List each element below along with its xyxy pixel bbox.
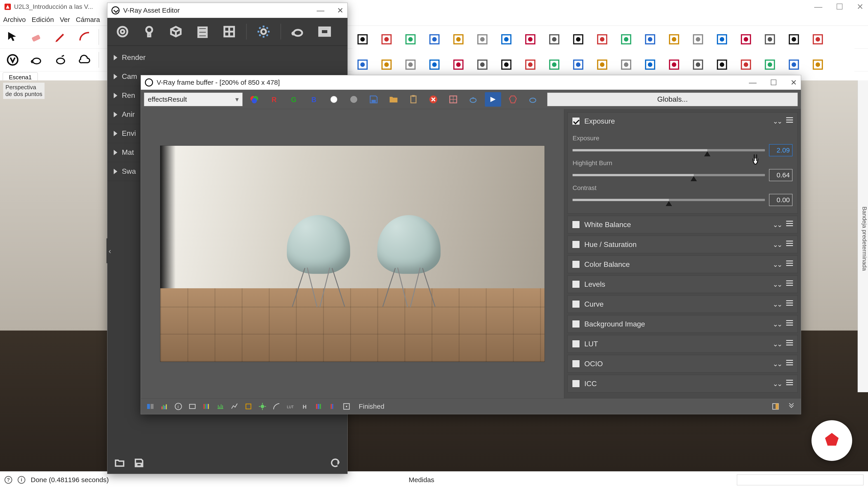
menu-edicion[interactable]: Edición <box>32 16 54 24</box>
vray-render-icon[interactable] <box>3 50 23 70</box>
checkbox-icon[interactable] <box>572 260 580 268</box>
highlight-burn-value-input[interactable]: 0.64 <box>769 169 793 181</box>
toolbar-icon[interactable] <box>448 29 468 49</box>
save-image-icon[interactable] <box>366 92 382 107</box>
rgb-channels-icon[interactable] <box>246 92 262 107</box>
ft-compare-icon[interactable] <box>145 401 156 412</box>
toolbar-icon[interactable] <box>640 29 660 49</box>
cloud-render-icon[interactable] <box>74 50 94 70</box>
toolbar-icon[interactable] <box>352 29 373 49</box>
minimize-icon[interactable]: — <box>317 6 324 15</box>
expand-down-icon[interactable]: ⌄⌄ <box>773 260 781 268</box>
toolbar-icon[interactable] <box>712 29 732 49</box>
toolbar-icon[interactable] <box>377 29 397 49</box>
toolbar-icon[interactable] <box>496 55 516 74</box>
toolbar-icon[interactable] <box>377 55 397 74</box>
toolbar-icon[interactable] <box>688 29 708 49</box>
toolbar-icon[interactable] <box>808 55 828 74</box>
ft-histogram-icon[interactable] <box>158 401 170 412</box>
toolbar-icon[interactable] <box>496 29 516 49</box>
ft-levels-icon[interactable] <box>215 401 226 412</box>
ft-expand-icon[interactable] <box>785 401 797 412</box>
checkbox-icon[interactable] <box>572 380 580 387</box>
toolbar-icon[interactable] <box>784 29 804 49</box>
checkbox-checked-icon[interactable] <box>572 117 580 125</box>
contrast-slider[interactable] <box>572 199 765 201</box>
toolbar-icon[interactable] <box>712 55 732 74</box>
menu-icon[interactable] <box>786 117 793 125</box>
ft-pixel-aspect-icon[interactable] <box>186 401 198 412</box>
close-icon[interactable]: ✕ <box>857 2 864 11</box>
toolbar-icon[interactable] <box>425 29 444 49</box>
info-icon[interactable]: i <box>18 476 25 484</box>
cc-section-header[interactable]: OCIO⌄⌄ <box>567 355 798 372</box>
toolbar-icon[interactable] <box>425 55 444 74</box>
exposure-slider[interactable] <box>572 149 765 151</box>
toolbar-icon[interactable] <box>401 29 421 49</box>
exposure-value-input[interactable]: 2.09 <box>769 144 793 156</box>
expand-down-icon[interactable]: ⌄⌄ <box>773 117 781 125</box>
textures-icon[interactable] <box>219 22 239 41</box>
select-tool-icon[interactable] <box>3 27 23 47</box>
expand-down-icon[interactable]: ⌄⌄ <box>773 300 781 308</box>
geometry-icon[interactable] <box>166 22 186 41</box>
close-icon[interactable]: ✕ <box>790 78 797 87</box>
teapot-hand-icon[interactable] <box>51 50 70 70</box>
toolbar-icon[interactable] <box>520 55 540 74</box>
red-channel-icon[interactable]: R <box>266 92 282 107</box>
measurements-input[interactable] <box>737 475 864 485</box>
checkbox-icon[interactable] <box>572 360 580 367</box>
vfb-render-view[interactable] <box>141 109 564 398</box>
cc-section-header[interactable]: LUT⌄⌄ <box>567 335 798 352</box>
expand-down-icon[interactable]: ⌄⌄ <box>773 240 781 249</box>
expand-down-icon[interactable]: ⌄⌄ <box>773 221 781 229</box>
clear-icon[interactable] <box>425 92 441 107</box>
maximize-icon[interactable]: ☐ <box>770 78 777 87</box>
lights-icon[interactable] <box>140 22 159 41</box>
materials-icon[interactable] <box>113 22 132 41</box>
close-icon[interactable]: ✕ <box>337 6 343 15</box>
ft-ocio-bars-icon[interactable] <box>313 401 324 412</box>
arc-tool-icon[interactable] <box>74 27 94 47</box>
toolbar-icon[interactable] <box>616 29 636 49</box>
channel-dropdown[interactable]: effectsResult ▾ <box>144 93 243 106</box>
toolbar-icon[interactable] <box>688 55 708 74</box>
checkbox-icon[interactable] <box>572 221 580 228</box>
maximize-icon[interactable]: ☐ <box>836 2 843 11</box>
render-last-icon[interactable] <box>525 92 541 107</box>
render-teapot-icon[interactable] <box>288 22 308 41</box>
toolbar-icon[interactable] <box>760 29 780 49</box>
track-mouse-icon[interactable] <box>465 92 481 107</box>
ft-h-icon[interactable]: H <box>299 401 310 412</box>
expand-down-icon[interactable]: ⌄⌄ <box>773 380 781 388</box>
toolbar-icon[interactable] <box>448 55 468 74</box>
mono-white-icon[interactable] <box>326 92 342 107</box>
render-elements-icon[interactable] <box>193 22 212 41</box>
toolbar-icon[interactable] <box>520 29 540 49</box>
menu-icon[interactable] <box>786 221 793 229</box>
ft-graph-icon[interactable] <box>228 401 240 412</box>
toolbar-icon[interactable] <box>352 55 373 74</box>
region-render-icon[interactable] <box>445 92 461 107</box>
green-channel-icon[interactable]: G <box>286 92 302 107</box>
toolbar-icon[interactable] <box>472 55 492 74</box>
menu-icon[interactable] <box>786 281 793 288</box>
menu-icon[interactable] <box>786 260 793 268</box>
open-folder-icon[interactable] <box>385 92 402 107</box>
ft-dock-icon[interactable] <box>770 401 781 412</box>
ft-stamp-icon[interactable] <box>243 401 254 412</box>
frame-buffer-icon[interactable] <box>315 22 334 41</box>
cc-exposure-header[interactable]: Exposure ⌄⌄ <box>567 112 798 130</box>
cc-section-header[interactable]: Levels⌄⌄ <box>567 275 798 293</box>
menu-icon[interactable] <box>786 360 793 368</box>
toolbar-icon[interactable] <box>568 29 588 49</box>
cc-section-header[interactable]: ICC⌄⌄ <box>567 375 798 392</box>
cc-section-header[interactable]: Background Image⌄⌄ <box>567 315 798 332</box>
checkbox-icon[interactable] <box>572 240 580 248</box>
toolbar-icon[interactable] <box>808 29 828 49</box>
toolbar-icon[interactable] <box>760 55 780 74</box>
link-pdplayer-icon[interactable] <box>485 92 501 107</box>
vae-collapse-handle[interactable]: ‹ <box>106 238 113 263</box>
help-fab[interactable] <box>811 420 852 461</box>
ft-srgb-icon[interactable] <box>341 401 352 412</box>
